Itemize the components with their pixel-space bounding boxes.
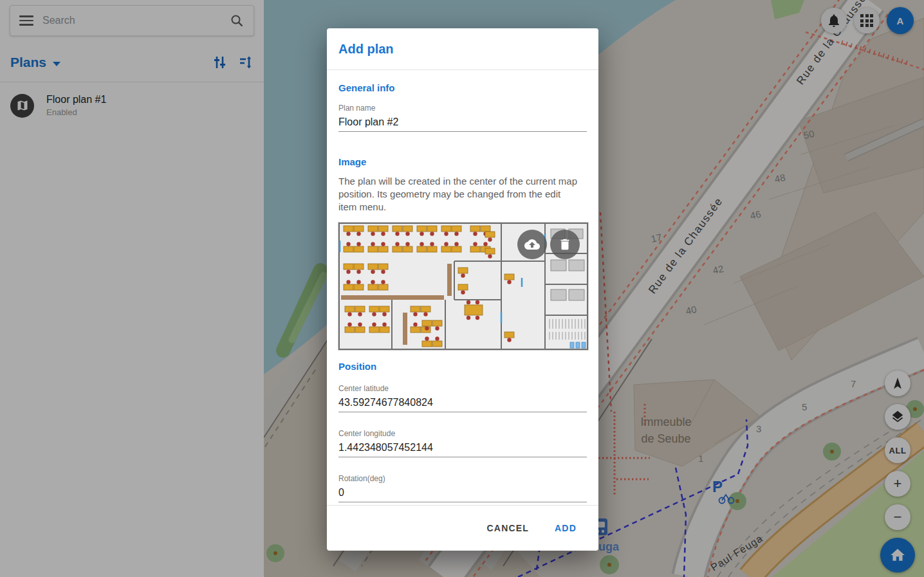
- dialog-footer: CANCEL ADD: [327, 505, 598, 551]
- longitude-label: Center longitude: [338, 429, 587, 438]
- add-plan-dialog: Add plan General info Plan name Floor pl…: [327, 28, 598, 551]
- longitude-field[interactable]: Center longitude 1.442348057452144: [338, 429, 587, 457]
- plan-name-value[interactable]: Floor plan #2: [338, 116, 587, 132]
- rotation-label: Rotation(deg): [338, 474, 587, 483]
- latitude-label: Center latitude: [338, 384, 587, 393]
- plan-name-label: Plan name: [338, 104, 587, 113]
- rotation-field[interactable]: Rotation(deg) 0: [338, 474, 587, 502]
- section-position: Position: [338, 361, 376, 372]
- dialog-title: Add plan: [338, 42, 394, 57]
- section-image: Image: [338, 156, 366, 167]
- longitude-value[interactable]: 1.442348057452144: [338, 442, 587, 457]
- dialog-header: Add plan: [327, 28, 598, 70]
- cloud-upload-icon: [524, 237, 540, 252]
- trash-icon: [558, 237, 572, 252]
- cancel-button[interactable]: CANCEL: [485, 518, 532, 538]
- add-button[interactable]: ADD: [552, 518, 579, 538]
- delete-image-button[interactable]: [550, 230, 580, 259]
- image-description: The plan will be created in the center o…: [338, 175, 578, 214]
- section-general-info: General info: [338, 82, 395, 93]
- rotation-value[interactable]: 0: [338, 487, 587, 502]
- app-screen: P Rue de la Chaussée Rue de la Chaussée …: [0, 0, 924, 577]
- plan-name-field[interactable]: Plan name Floor plan #2: [338, 104, 587, 132]
- floor-plan-image: [338, 222, 589, 351]
- latitude-value[interactable]: 43.59274677840824: [338, 397, 587, 412]
- upload-image-button[interactable]: [517, 230, 547, 259]
- latitude-field[interactable]: Center latitude 43.59274677840824: [338, 384, 587, 412]
